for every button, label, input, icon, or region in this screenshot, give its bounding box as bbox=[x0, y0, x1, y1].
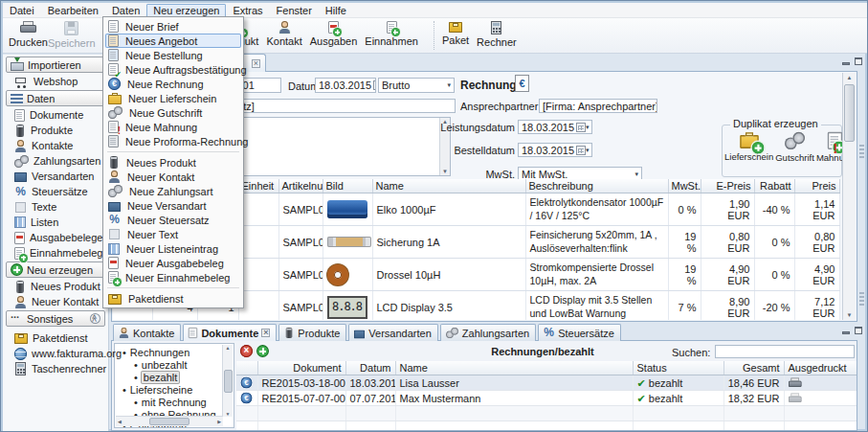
col-bild[interactable]: Bild bbox=[323, 179, 372, 193]
sidebar-item-fakturama-org[interactable]: www.fakturama.org bbox=[6, 346, 105, 361]
scroll-down-icon[interactable]: ▼ bbox=[843, 312, 856, 318]
sidebar-header-sonstiges[interactable]: Sonstiges bbox=[6, 310, 105, 327]
menu-item-neue-versandart[interactable]: Neue Versandart bbox=[105, 198, 241, 213]
menu-hilfe[interactable]: Hilfe bbox=[319, 4, 353, 17]
sidebar-item-steuersaetze[interactable]: Steuersätze bbox=[6, 184, 105, 199]
sidebar-item-zahlungsarten[interactable]: Zahlungsarten bbox=[6, 153, 105, 169]
tree-item-rechnungen[interactable]: Rechnungen bbox=[115, 346, 234, 358]
menu-item-neuer-listeneintrag[interactable]: Neuer Listeneintrag bbox=[105, 241, 241, 256]
sidebar-item-paketdienst[interactable]: Paketdienst bbox=[6, 330, 105, 346]
tab-dokumente[interactable]: Dokumente × bbox=[183, 324, 277, 341]
col-dokument[interactable]: Dokument bbox=[257, 361, 345, 375]
sidebar-item-webshop[interactable]: Webshop bbox=[6, 74, 105, 89]
netgross-select[interactable]: Brutto ▾ bbox=[378, 78, 455, 93]
tab-versandarten[interactable]: Versandarten bbox=[348, 324, 437, 341]
sidebar-item-dokumente[interactable]: Dokumente bbox=[6, 107, 105, 123]
menu-item-neue-proforma-rechnung[interactable]: Neue Proforma-Rechnung bbox=[105, 134, 241, 148]
menu-item-neue-gutschrift[interactable]: Neue Gutschrift bbox=[105, 105, 241, 120]
maximize-icon[interactable] bbox=[855, 327, 862, 334]
sidebar-item-kontakte[interactable]: Kontakte bbox=[6, 138, 105, 153]
collapse-icon[interactable] bbox=[90, 313, 100, 324]
tree-item-bezahlt[interactable]: bezahlt bbox=[115, 371, 234, 383]
maximize-icon[interactable] bbox=[855, 57, 862, 65]
menu-item-neuer-einnahmebeleg[interactable]: Neuer Einnahmebeleg bbox=[105, 270, 241, 284]
tree-item-mit-rechnung[interactable]: mit Rechnung bbox=[115, 396, 234, 408]
sash-grip[interactable] bbox=[859, 145, 864, 158]
menu-item-neuer-kontakt[interactable]: Neuer Kontakt bbox=[105, 170, 241, 184]
tab-kontakte[interactable]: Kontakte bbox=[113, 324, 181, 341]
calendar-icon[interactable] bbox=[576, 146, 586, 155]
save-button[interactable]: Speichern bbox=[48, 20, 96, 52]
leistungsdatum-field[interactable]: 18.03.2015 ▾ bbox=[518, 120, 592, 134]
sidebar-header-daten[interactable]: Daten bbox=[6, 90, 105, 106]
sidebar-header-neu-erzeugen[interactable]: Neu erzeugen bbox=[6, 261, 105, 278]
menu-item-neue-rechnung[interactable]: Neue Rechnung bbox=[105, 77, 241, 91]
sidebar-item-ausgabebelege[interactable]: Ausgabebelege bbox=[6, 230, 105, 245]
menu-item-neuer-lieferschein[interactable]: Neuer Lieferschein bbox=[105, 91, 241, 105]
document-row[interactable]: RE2015-07-07-00002 07.07.2015 Max Muster… bbox=[236, 391, 857, 406]
new-contact-button[interactable]: Kontakt bbox=[266, 20, 301, 52]
ansprechpartner-field[interactable]: [Firma: Ansprechpartner] bbox=[539, 99, 657, 113]
sidebar-item-versandarten[interactable]: Versandarten bbox=[6, 169, 105, 184]
parcel-service-button[interactable]: Paket bbox=[442, 20, 469, 52]
add-document-icon[interactable] bbox=[256, 345, 269, 357]
menu-neu-erzeugen[interactable]: Neu erzeugen bbox=[146, 4, 226, 17]
col-beschreibung[interactable]: Beschreibung bbox=[525, 179, 668, 193]
menu-item-neue-bestellung[interactable]: Neue Bestellung bbox=[105, 48, 241, 62]
tree-vertical-scrollbar[interactable]: ▲ ▼ bbox=[222, 345, 233, 417]
calendar-icon[interactable] bbox=[576, 123, 586, 132]
calculator-button[interactable]: Rechner bbox=[477, 20, 517, 52]
menu-extras[interactable]: Extras bbox=[226, 4, 269, 17]
sidebar-item-taschenrechner[interactable]: Taschenrechner bbox=[6, 361, 105, 376]
col-rabatt[interactable]: Rabatt bbox=[754, 179, 794, 193]
col-epreis[interactable]: E-Preis bbox=[701, 179, 754, 193]
menu-item-neue-zahlungsart[interactable]: Neue Zahlungsart bbox=[105, 184, 241, 198]
menu-bearbeiten[interactable]: Bearbeiten bbox=[41, 4, 105, 17]
delete-document-icon[interactable] bbox=[240, 345, 253, 357]
sidebar-item-einnahmebelege[interactable]: Einnahmebelege bbox=[6, 245, 105, 261]
scrollbar-thumb[interactable] bbox=[844, 84, 855, 142]
bestelldatum-field[interactable]: 18.03.2015 ▾ bbox=[518, 143, 592, 157]
col-artikelnummer[interactable]: Artikelnum... bbox=[278, 179, 323, 193]
menu-item-neuer-steuersatz[interactable]: Neuer Steuersatz bbox=[105, 213, 241, 227]
sidebar-item-neuer-kontakt[interactable]: Neuer Kontakt bbox=[6, 294, 105, 309]
col-gesamt[interactable]: Gesamt bbox=[723, 361, 784, 375]
menu-item-neues-angebot[interactable]: Neues Angebot bbox=[105, 34, 241, 48]
menu-daten[interactable]: Daten bbox=[105, 4, 146, 17]
minimize-icon[interactable] bbox=[842, 62, 850, 65]
sidebar-header-importieren[interactable]: Importieren bbox=[6, 57, 105, 73]
col-datum[interactable]: Datum bbox=[345, 361, 395, 375]
sidebar-item-listen[interactable]: Listen bbox=[6, 215, 105, 230]
scrollbar-thumb[interactable] bbox=[149, 418, 189, 425]
scroll-up-icon[interactable]: ▲ bbox=[843, 75, 856, 80]
menu-item-neuer-ausgabebeleg[interactable]: Neuer Ausgabebeleg bbox=[105, 256, 241, 270]
tree-horizontal-scrollbar[interactable]: ◀▶ bbox=[116, 416, 223, 426]
tab-close-icon[interactable]: × bbox=[261, 329, 270, 337]
menu-item-neue-auftragsbestaetigung[interactable]: Neue Auftragsbestätigung bbox=[105, 62, 241, 77]
new-income-button[interactable]: Einnahmen bbox=[365, 20, 418, 52]
sidebar-item-texte[interactable]: Texte bbox=[6, 199, 105, 215]
menu-fenster[interactable]: Fenster bbox=[270, 4, 319, 17]
tab-produkte[interactable]: Produkte bbox=[278, 324, 346, 341]
tab-steuersaetze[interactable]: Steuersätze bbox=[538, 324, 621, 341]
col-name[interactable]: Name bbox=[372, 179, 525, 193]
scrollbar-thumb[interactable] bbox=[224, 370, 233, 393]
duplicate-deliverynote-button[interactable]: Lieferschein bbox=[724, 133, 773, 163]
new-expense-button[interactable]: Ausgaben bbox=[310, 20, 358, 52]
menu-item-neuer-text[interactable]: Neuer Text bbox=[105, 227, 241, 241]
sash-grip[interactable] bbox=[859, 292, 864, 306]
document-row[interactable]: RE2015-03-18-00001 18.03.2015 Lisa Lauss… bbox=[236, 375, 857, 391]
tab-close-icon[interactable]: × bbox=[252, 59, 260, 68]
tree-item-lieferscheine[interactable]: Lieferscheine bbox=[115, 383, 234, 396]
menu-item-neue-mahnung[interactable]: Neue Mahnung bbox=[105, 120, 241, 134]
sidebar-item-neues-produkt[interactable]: Neues Produkt bbox=[6, 279, 105, 294]
col-mwst[interactable]: MwSt. bbox=[668, 179, 701, 193]
menu-item-neuer-brief[interactable]: Neuer Brief bbox=[105, 19, 241, 34]
col-ausgedruckt[interactable]: Ausgedruckt bbox=[784, 361, 857, 375]
col-status[interactable]: Status bbox=[633, 361, 723, 375]
col-einheit[interactable]: Einheit bbox=[238, 179, 278, 193]
sidebar-item-produkte[interactable]: Produkte bbox=[6, 123, 105, 138]
menu-item-neues-produkt[interactable]: Neues Produkt bbox=[105, 155, 241, 170]
calendar-icon[interactable] bbox=[373, 80, 376, 90]
minimize-icon[interactable] bbox=[842, 331, 850, 334]
